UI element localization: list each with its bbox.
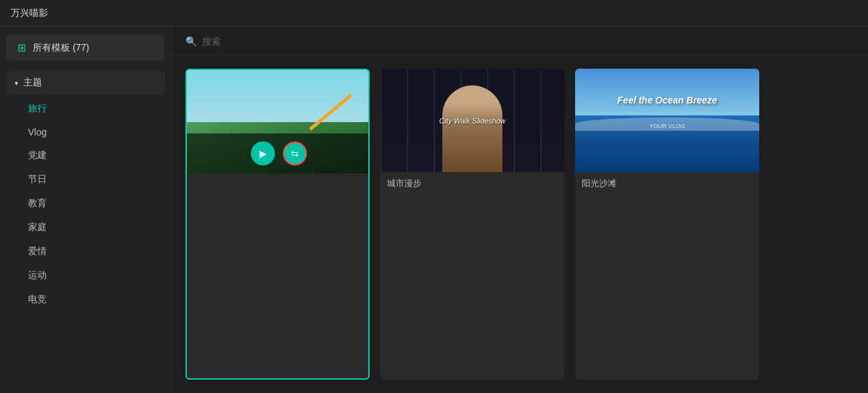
thumbnail-city: City Walk Slideshow [380, 69, 564, 172]
main-layout: ⊞ 所有模板 (77) ▾ 主题 旅行 Vlog 党建 节日 教育 家庭 爱情 … [0, 27, 868, 393]
sidebar-item-travel[interactable]: 旅行 [7, 97, 165, 121]
template-grid: ▶ ⇆ City Walk Slideshow [172, 55, 868, 393]
ocean-text: Feel the Ocean Breeze [617, 95, 717, 105]
content-area: 🔍 ▶ ⇆ [172, 27, 868, 393]
sidebar-item-holiday[interactable]: 节日 [7, 167, 165, 191]
sky-layer [187, 70, 370, 117]
thumb-ocean-bg: Feel the Ocean Breeze YOUR VLOG [575, 69, 759, 172]
search-input[interactable] [202, 36, 855, 47]
sidebar-item-esports[interactable]: 电竞 [7, 288, 165, 312]
sidebar-item-sports[interactable]: 运动 [7, 264, 165, 288]
template-label-city: 城市漫步 [380, 172, 564, 195]
search-icon: 🔍 [185, 36, 197, 47]
apply-icon: ⇆ [291, 148, 299, 159]
all-templates-icon: ⊞ [17, 41, 26, 54]
sidebar-item-party[interactable]: 党建 [7, 143, 165, 167]
top-bar: 万兴喵影 [0, 0, 868, 27]
template-card-ocean[interactable]: Feel the Ocean Breeze YOUR VLOG 阳光沙滩 [575, 69, 759, 380]
theme-section-label: 主题 [23, 77, 42, 89]
play-icon: ▶ [260, 148, 267, 159]
all-templates-label: 所有模板 (77) [33, 42, 89, 54]
card-overlay-travel: ▶ ⇆ [187, 133, 370, 173]
chevron-icon: ▾ [15, 79, 18, 87]
sidebar-section-header-theme[interactable]: ▾ 主题 [7, 71, 165, 94]
sidebar-all-templates[interactable]: ⊞ 所有模板 (77) [7, 35, 165, 61]
apply-button[interactable]: ⇆ [283, 141, 307, 165]
ocean-sub-text: YOUR VLOG [649, 123, 685, 129]
template-label-ocean: 阳光沙滩 [575, 172, 759, 195]
sidebar-section-theme: ▾ 主题 旅行 Vlog 党建 节日 教育 家庭 爱情 运动 电竞 [0, 66, 171, 317]
city-person [442, 85, 502, 172]
sidebar-item-vlog[interactable]: Vlog [7, 121, 165, 143]
thumbnail-travel: ▶ ⇆ [187, 70, 370, 173]
sidebar-item-family[interactable]: 家庭 [7, 216, 165, 240]
sidebar-item-love[interactable]: 爱情 [7, 240, 165, 264]
sidebar-item-education[interactable]: 教育 [7, 191, 165, 216]
search-bar: 🔍 [172, 27, 868, 55]
template-label-travel [187, 173, 368, 184]
app-title: 万兴喵影 [11, 7, 48, 19]
template-card-city[interactable]: City Walk Slideshow 城市漫步 [380, 69, 564, 380]
sidebar: ⊞ 所有模板 (77) ▾ 主题 旅行 Vlog 党建 节日 教育 家庭 爱情 … [0, 27, 172, 393]
play-button[interactable]: ▶ [251, 141, 275, 165]
city-text: City Walk Slideshow [439, 117, 505, 125]
thumbnail-ocean: Feel the Ocean Breeze YOUR VLOG [575, 69, 759, 172]
template-card-travel[interactable]: ▶ ⇆ [185, 69, 370, 380]
thumb-city-bg: City Walk Slideshow [380, 69, 564, 172]
